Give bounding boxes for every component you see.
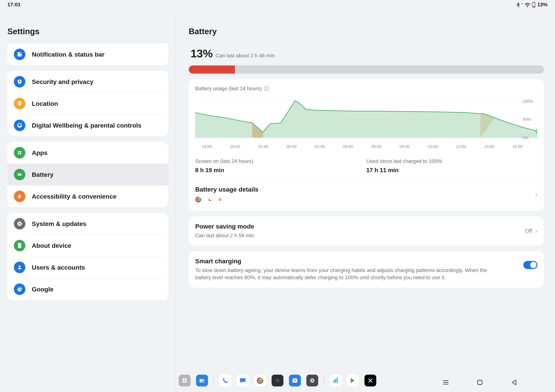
sidebar-item-battery[interactable]: Battery [7, 164, 168, 185]
svg-rect-11 [18, 153, 19, 154]
notification-icon [14, 49, 25, 60]
nav-buttons [442, 378, 518, 386]
nav-home[interactable] [476, 378, 484, 386]
messages-app-icon[interactable] [237, 375, 249, 386]
svg-rect-18 [19, 225, 20, 226]
svg-point-47 [312, 380, 313, 381]
svg-rect-49 [335, 379, 336, 383]
taskbar-separator [324, 377, 324, 385]
battery-icon [532, 2, 535, 8]
svg-rect-35 [183, 381, 184, 383]
wifi-icon [525, 2, 530, 7]
camera-app-icon[interactable] [272, 375, 283, 386]
power-saving-row[interactable]: Power saving mode Can last about 2 h 59 … [189, 216, 544, 246]
svg-rect-10 [20, 151, 21, 153]
taskbar [175, 373, 380, 388]
power-saving-subtitle: Can last about 2 h 59 min [195, 232, 254, 239]
phone-app-icon[interactable] [219, 375, 231, 386]
settings-title: Settings [7, 9, 168, 43]
battery-usage-card: Battery usage (last 24 hours) i [189, 79, 544, 211]
svg-rect-54 [478, 380, 482, 385]
status-icons: • 13% [516, 2, 548, 8]
sidebar-item-label: Digital Wellbeing & parental controls [32, 122, 141, 129]
settings-app-icon[interactable] [306, 375, 318, 386]
sidebar-item-security-privacy[interactable]: Security and privacy [7, 71, 168, 93]
sidebar-item-label: Apps [32, 149, 48, 157]
swift-icon [207, 197, 212, 203]
sidebar-item-notification-status-bar[interactable]: Notification & status bar [7, 43, 168, 65]
smart-charging-title: Smart charging [195, 257, 491, 265]
settings-sidebar: Settings Notification & status bar Secur… [0, 9, 176, 392]
svg-rect-20 [21, 224, 22, 224]
pin-icon [14, 98, 25, 109]
battery-usage-details-row[interactable]: Battery usage details [195, 180, 537, 209]
usage-stats: Screen on (last 24 hours) 8 h 19 min Use… [195, 158, 537, 180]
svg-rect-12 [20, 153, 21, 154]
sidebar-item-digital-wellbeing[interactable]: Digital Wellbeing & parental controls [7, 114, 168, 136]
hand-icon [14, 191, 25, 202]
svg-point-45 [294, 379, 296, 381]
battery-level-bar [189, 65, 544, 74]
phone-icon [14, 240, 25, 251]
chevron-right-icon: › [535, 191, 537, 199]
svg-point-7 [19, 102, 20, 104]
chart-y-labels: 100% 50% 0% [523, 97, 537, 142]
sidebar-item-location[interactable]: Location [7, 93, 168, 114]
battery-charge-icon [14, 169, 25, 180]
svg-rect-3 [533, 6, 535, 7]
svg-rect-50 [337, 378, 338, 383]
sidebar-item-accessibility[interactable]: Accessibility & convenience [7, 185, 168, 207]
sidebar-item-about-device[interactable]: About device [7, 235, 168, 257]
antutu-app-icon[interactable] [330, 375, 342, 386]
taskbar-separator [213, 377, 214, 385]
svg-rect-33 [183, 378, 184, 380]
sidebar-item-label: About device [32, 242, 71, 249]
battery-level-fill [189, 65, 235, 74]
screen-on-stat: Screen on (last 24 hours) 8 h 19 min [195, 158, 366, 174]
svg-rect-36 [185, 381, 187, 383]
chart-x-labels: 18:00 20:00 22:00 00:00 02:00 04:00 06:0… [195, 142, 537, 149]
power-saving-title: Power saving mode [195, 223, 254, 230]
play-store-icon[interactable] [347, 375, 359, 386]
svg-rect-9 [18, 151, 19, 153]
app-drawer-icon[interactable] [179, 375, 190, 386]
svg-rect-6 [19, 81, 20, 82]
gear-icon [14, 218, 25, 229]
svg-point-32 [219, 199, 220, 200]
svg-point-43 [278, 380, 278, 380]
svg-rect-21 [18, 243, 21, 248]
sidebar-item-users-accounts[interactable]: Users & accounts [7, 257, 168, 278]
svg-rect-17 [19, 221, 20, 222]
x-app-icon[interactable] [365, 375, 376, 386]
sidebar-item-label: Accessibility & convenience [32, 193, 116, 200]
nav-recent[interactable] [442, 378, 450, 386]
smart-charging-toggle[interactable] [523, 261, 537, 269]
info-icon[interactable]: i [264, 86, 269, 91]
svg-rect-2 [533, 2, 534, 3]
svg-point-30 [197, 198, 199, 200]
battery-usage-chart[interactable]: 100% 50% 0% [195, 97, 537, 142]
sidebar-group-4: System & updates About device Users & ac… [7, 213, 168, 300]
page-title: Battery [189, 9, 544, 43]
files-icon[interactable] [196, 375, 208, 386]
nav-back[interactable] [510, 378, 518, 386]
svg-rect-19 [17, 224, 18, 224]
sidebar-item-apps[interactable]: Apps [7, 142, 168, 164]
sidebar-item-system-updates[interactable]: System & updates [7, 213, 168, 235]
chrome-app-icon[interactable] [254, 375, 266, 386]
gallery-app-icon[interactable] [289, 375, 301, 386]
heart-icon [14, 120, 25, 131]
sidebar-item-label: Google [32, 285, 53, 293]
smart-charging-row[interactable]: Smart charging To slow down battery agei… [189, 251, 544, 287]
grid-icon [14, 147, 25, 158]
power-saving-state: Off › [525, 227, 537, 235]
chrome-icon [195, 196, 201, 203]
battery-subtitle: Can last about 2 h 46 min [216, 53, 275, 59]
usage-title: Battery usage (last 24 hours) [195, 86, 262, 92]
sidebar-item-label: Location [32, 100, 58, 107]
status-battery-text: 13% [537, 2, 548, 7]
chevron-right-icon: › [535, 227, 537, 235]
sidebar-item-google[interactable]: Google [7, 278, 168, 300]
svg-rect-14 [21, 174, 22, 175]
sidebar-item-label: Battery [32, 171, 53, 178]
